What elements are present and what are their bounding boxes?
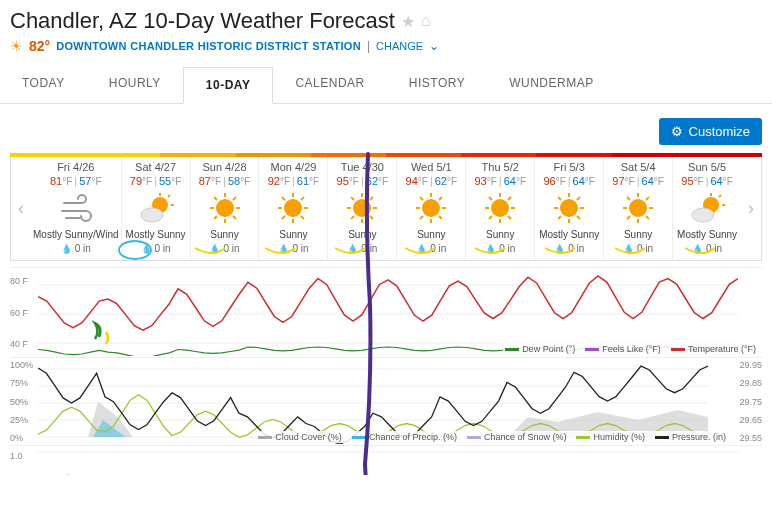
day-temps: 79°F|55°F: [124, 175, 188, 187]
scroll-left-button[interactable]: ‹: [11, 157, 31, 260]
svg-line-64: [627, 197, 630, 200]
svg-line-55: [558, 197, 561, 200]
day-temps: 97°F|64°F: [606, 175, 670, 187]
precip-amount: 💧0 in: [675, 243, 739, 254]
chevron-down-icon[interactable]: ⌄: [429, 39, 439, 53]
raindrop-icon: 💧: [61, 244, 72, 254]
precipitation-chart[interactable]: 1.0: [10, 445, 762, 465]
svg-point-72: [692, 208, 714, 222]
day-date: Tue 4/30: [330, 161, 394, 173]
condition-text: Sunny: [399, 229, 463, 240]
day-column[interactable]: Wed 5/194°F|62°FSunny💧0 in: [397, 157, 466, 260]
svg-point-23: [353, 199, 371, 217]
temperature-chart[interactable]: 80 F 60 F 40 F Dew Point (°)Feels Like (…: [10, 267, 762, 357]
svg-line-21: [301, 197, 304, 200]
tab-today[interactable]: TODAY: [0, 66, 87, 103]
svg-line-13: [214, 216, 217, 219]
svg-line-58: [558, 216, 561, 219]
separator: |: [367, 39, 370, 53]
y-axis-label: 1.0: [10, 451, 23, 461]
y-axis-label: 25%: [10, 415, 28, 425]
svg-line-28: [351, 197, 354, 200]
svg-line-29: [370, 216, 373, 219]
humidity-chart[interactable]: 100% 75% 50% 25% 0% 29.95 29.85 29.75 29…: [10, 357, 762, 445]
scroll-right-button[interactable]: ›: [741, 157, 761, 260]
tab-wundermap[interactable]: WUNDERMAP: [487, 66, 616, 103]
legend-item: Dew Point (°): [505, 344, 575, 354]
chart-legend: Cloud Cover (%)Chance of Precip. (%)Chan…: [256, 431, 728, 443]
set-home-icon[interactable]: ⌂: [421, 12, 431, 30]
svg-line-66: [646, 197, 649, 200]
svg-point-41: [491, 199, 509, 217]
raindrop-icon: 💧: [623, 244, 634, 254]
svg-line-12: [233, 197, 236, 200]
y-axis-label-right: 29.65: [739, 415, 762, 425]
customize-button[interactable]: ⚙ Customize: [659, 118, 762, 145]
condition-text: Sunny: [193, 229, 257, 240]
day-temps: 87°F|58°F: [193, 175, 257, 187]
svg-line-56: [577, 216, 580, 219]
y-axis-label: 40 F: [10, 339, 28, 349]
svg-point-50: [560, 199, 578, 217]
weather-icon: [537, 189, 601, 227]
current-conditions-icon: ☀: [10, 38, 23, 54]
svg-line-20: [301, 216, 304, 219]
legend-item: Chance of Precip. (%): [352, 432, 457, 442]
day-column[interactable]: Sun 4/2887°F|58°FSunny💧0 in: [191, 157, 260, 260]
weather-icon: [330, 189, 394, 227]
precip-amount: 💧0 in: [537, 243, 601, 254]
day-column[interactable]: Sat 4/2779°F|55°FMostly Sunny💧0 in: [122, 157, 191, 260]
precip-amount: 💧0 in: [330, 243, 394, 254]
condition-text: Sunny: [606, 229, 670, 240]
y-axis-label-right: 29.95: [739, 360, 762, 370]
day-temps: 95°F|64°F: [675, 175, 739, 187]
day-column[interactable]: Fri 4/2681°F|57°FMostly Sunny/Wind💧0 in: [31, 157, 122, 260]
station-link[interactable]: DOWNTOWN CHANDLER HISTORIC DISTRICT STAT…: [56, 40, 361, 52]
day-temps: 92°F|61°F: [261, 175, 325, 187]
condition-text: Sunny: [261, 229, 325, 240]
day-date: Mon 4/29: [261, 161, 325, 173]
current-temperature: 82°: [29, 38, 50, 54]
day-date: Sat 4/27: [124, 161, 188, 173]
tab-history[interactable]: HISTORY: [387, 66, 487, 103]
change-station-link[interactable]: CHANGE: [376, 40, 423, 52]
svg-line-2: [168, 195, 170, 197]
gear-icon: ⚙: [671, 124, 683, 139]
tab-calendar[interactable]: CALENDAR: [273, 66, 386, 103]
svg-line-49: [489, 216, 492, 219]
y-axis-label: 50%: [10, 397, 28, 407]
day-date: Sat 5/4: [606, 161, 670, 173]
condition-text: Sunny: [330, 229, 394, 240]
legend-item: Temperature (°F): [671, 344, 756, 354]
day-date: Fri 4/26: [33, 161, 119, 173]
day-column[interactable]: Thu 5/293°F|64°FSunny💧0 in: [466, 157, 535, 260]
precip-amount: 💧0 in: [606, 243, 670, 254]
svg-line-30: [370, 197, 373, 200]
y-axis-label: 80 F: [10, 276, 28, 286]
forecast-row: ‹ Fri 4/2681°F|57°FMostly Sunny/Wind💧0 i…: [10, 157, 762, 261]
day-temps: 95°F|62°F: [330, 175, 394, 187]
condition-text: Mostly Sunny/Wind: [33, 229, 119, 240]
y-axis-label: 75%: [10, 378, 28, 388]
raindrop-icon: 💧: [209, 244, 220, 254]
day-column[interactable]: Sat 5/497°F|64°FSunny💧0 in: [604, 157, 673, 260]
favorite-star-icon[interactable]: ★: [401, 12, 415, 31]
page-title: Chandler, AZ 10-Day Weather Forecast: [10, 8, 395, 34]
day-column[interactable]: Fri 5/396°F|64°FMostly Sunny💧0 in: [535, 157, 604, 260]
day-column[interactable]: Sun 5/595°F|64°FMostly Sunny💧0 in: [673, 157, 741, 260]
tab-10day[interactable]: 10-DAY: [183, 67, 274, 104]
svg-point-5: [216, 199, 234, 217]
tab-hourly[interactable]: HOURLY: [87, 66, 183, 103]
day-temps: 94°F|62°F: [399, 175, 463, 187]
weather-icon: [468, 189, 532, 227]
raindrop-icon: 💧: [141, 244, 152, 254]
chart-legend: Dew Point (°)Feels Like (°F)Temperature …: [503, 343, 758, 355]
day-column[interactable]: Tue 4/3095°F|62°FSunny💧0 in: [328, 157, 397, 260]
day-column[interactable]: Mon 4/2992°F|61°FSunny💧0 in: [259, 157, 328, 260]
svg-line-57: [577, 197, 580, 200]
weather-icon: [124, 189, 188, 227]
condition-text: Mostly Sunny: [537, 229, 601, 240]
svg-line-11: [233, 216, 236, 219]
svg-line-38: [439, 216, 442, 219]
raindrop-icon: 💧: [485, 244, 496, 254]
